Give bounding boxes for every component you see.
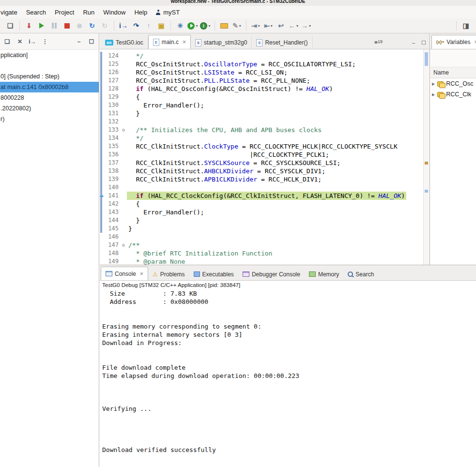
code-line-130[interactable]: 130 Error_Handler(); xyxy=(100,101,430,109)
overview-ruler[interactable] xyxy=(423,49,430,265)
debug-tree-row[interactable]: pplication] xyxy=(0,50,99,60)
minimize-icon[interactable]: – xyxy=(409,38,418,47)
run-icon[interactable]: ▾ xyxy=(187,20,199,31)
code-line-133[interactable]: 133⊖ /** Initializes the CPU, AHB and AP… xyxy=(100,126,430,134)
tab-overflow-button[interactable]: »19 xyxy=(374,38,383,49)
tab-variables[interactable]: (x)= Variables × xyxy=(431,35,476,49)
expand-arrow-icon[interactable]: ▶ xyxy=(432,92,435,97)
menu-item-vigate[interactable]: vigate xyxy=(0,7,22,17)
dropdown-arrow-icon[interactable]: ▾ xyxy=(208,24,210,28)
menu-item-project[interactable]: Project xyxy=(50,7,78,17)
code-line-149[interactable]: 149 * @param None xyxy=(100,257,430,265)
console-tab-console[interactable]: Console× xyxy=(101,267,148,280)
debug-launch-tree[interactable]: pplication]0] (Suspended : Step)at main.… xyxy=(0,50,99,124)
editor-tab-startup-stm32g0[interactable]: sstartup_stm32g0 xyxy=(191,36,252,49)
open-perspective-icon[interactable]: ◨ xyxy=(460,20,472,31)
remove-terminated-icon[interactable]: ✕ xyxy=(15,37,24,46)
maximize-icon[interactable]: ☐ xyxy=(87,37,96,46)
overview-warning-mark[interactable] xyxy=(425,162,428,165)
resume-icon[interactable] xyxy=(36,20,47,31)
dropdown-arrow-icon[interactable]: ▾ xyxy=(271,24,273,28)
debug-tree-row[interactable]: 8000228 xyxy=(0,92,99,103)
code-line-132[interactable]: 132 xyxy=(100,118,430,126)
new-file-icon[interactable]: ❏ xyxy=(4,20,16,31)
step-over-icon[interactable]: ↷ xyxy=(130,20,142,31)
terminate-relaunch-icon[interactable]: ↻ xyxy=(99,20,110,31)
debug-tree-row[interactable]: 0] (Suspended : Step) xyxy=(0,71,99,82)
myst-account-button[interactable]: myST xyxy=(152,7,184,17)
close-icon[interactable]: × xyxy=(183,39,186,45)
dropdown-arrow-icon[interactable]: ▾ xyxy=(258,24,260,28)
menu-item-run[interactable]: Run xyxy=(78,7,99,17)
external-tools-icon[interactable]: ✎▾ xyxy=(231,20,243,31)
dropdown-arrow-icon[interactable]: ▾ xyxy=(239,24,241,28)
dropdown-arrow-icon[interactable]: ▾ xyxy=(196,24,198,28)
restart-icon[interactable]: ↻ xyxy=(86,20,98,31)
overview-ip-mark[interactable] xyxy=(425,190,428,193)
editor-tab-testg0-ioc[interactable]: MXTestG0.ioc xyxy=(101,36,148,49)
variable-row[interactable]: ▶RCC_Clk xyxy=(430,89,476,100)
console-tab-executables[interactable]: Executables xyxy=(189,268,238,280)
step-return-icon[interactable]: ↑ xyxy=(143,20,154,31)
code-line-138[interactable]: 138 RCC_ClkInitStruct.AHBCLKDivider = RC… xyxy=(100,167,430,175)
code-line-139[interactable]: 139 RCC_ClkInitStruct.APB1CLKDivider = R… xyxy=(100,175,430,183)
flash-download-icon[interactable]: ⇓ xyxy=(23,20,35,31)
code-line-131[interactable]: 131 } xyxy=(100,109,430,118)
code-line-146[interactable]: 146 xyxy=(100,233,430,241)
code-line-144[interactable]: 144 } xyxy=(100,216,430,225)
code-line-129[interactable]: 129 { xyxy=(100,93,430,101)
code-line-145[interactable]: 145} xyxy=(100,225,430,233)
fold-marker-icon[interactable]: ⊖ xyxy=(120,126,127,134)
debug-tree-row[interactable]: .20220802) xyxy=(0,103,99,114)
open-folder-icon[interactable] xyxy=(218,20,230,31)
code-editor[interactable]: 124 */125 RCC_OscInitStruct.OscillatorTy… xyxy=(100,49,430,265)
debug-tree-row[interactable]: at main.c:141 0x80002b8 xyxy=(0,82,99,92)
maximize-icon[interactable]: ☐ xyxy=(419,38,428,47)
variables-name-column-header[interactable]: Name xyxy=(430,67,476,78)
code-line-128[interactable]: 128 if (HAL_RCC_OscConfig(&RCC_OscInitSt… xyxy=(100,85,430,93)
new-wizard-icon[interactable]: ✳ xyxy=(174,20,186,31)
code-line-136[interactable]: 136 |RCC_CLOCKTYPE_PCLK1; xyxy=(100,151,430,159)
view-menu-icon[interactable]: ⋮ xyxy=(41,37,49,46)
code-line-147[interactable]: 147⊖/** xyxy=(100,241,430,249)
processes-icon[interactable]: ❏ xyxy=(3,37,12,46)
console-tab-memory[interactable]: Memory xyxy=(305,268,343,280)
next-annotation-icon[interactable]: ⇥▾ xyxy=(250,20,261,31)
forward-icon[interactable]: →▾ xyxy=(300,20,312,31)
fold-marker-icon[interactable]: ⊖ xyxy=(120,241,127,249)
debug-icon[interactable]: ▾ xyxy=(200,20,211,31)
code-line-137[interactable]: 137 RCC_ClkInitStruct.SYSCLKSource = RCC… xyxy=(100,159,430,167)
code-line-140[interactable]: 140 xyxy=(100,183,430,192)
debug-tree-row[interactable]: r) xyxy=(0,114,99,124)
close-icon[interactable]: × xyxy=(474,39,476,45)
code-line-143[interactable]: 143 Error_Handler(); xyxy=(100,208,430,216)
instruction-stepping-icon[interactable]: ▣ xyxy=(155,20,167,31)
back-icon[interactable]: ←▾ xyxy=(288,20,299,31)
menu-item-help[interactable]: Help xyxy=(130,7,152,17)
variable-row[interactable]: ▶RCC_Osc xyxy=(430,78,476,89)
code-line-124[interactable]: 124 */ xyxy=(100,52,430,60)
console-tab-debugger-console[interactable]: Debugger Console xyxy=(238,268,305,280)
disconnect-icon[interactable]: ⊗ xyxy=(74,20,85,31)
minimize-icon[interactable]: – xyxy=(75,37,83,46)
code-line-125[interactable]: 125 RCC_OscInitStruct.OscillatorType = R… xyxy=(100,60,430,68)
code-line-134[interactable]: 134 */ xyxy=(100,134,430,142)
step-into-icon[interactable]: i→ xyxy=(118,20,129,31)
dropdown-arrow-icon[interactable]: ▾ xyxy=(296,24,298,28)
terminate-icon[interactable] xyxy=(61,20,73,31)
code-line-148[interactable]: 148 * @brief RTC Initialization Function xyxy=(100,249,430,257)
editor-tab-reset-handler-[interactable]: cReset_Handler() xyxy=(252,36,312,49)
previous-annotation-icon[interactable]: ⇤▾ xyxy=(262,20,274,31)
code-line-127[interactable]: 127 RCC_OscInitStruct.PLL.PLLState = RCC… xyxy=(100,76,430,85)
menu-item-search[interactable]: Search xyxy=(22,7,50,17)
overview-range-mark[interactable] xyxy=(425,52,428,66)
suspend-icon[interactable] xyxy=(48,20,60,31)
menu-item-window[interactable]: Window xyxy=(99,7,130,17)
step-mode-icon[interactable]: i→ xyxy=(28,37,37,46)
debug-tree-row[interactable] xyxy=(0,60,99,71)
console-output-area[interactable]: TestG0 Debug [STM32 C/C++ Application] [… xyxy=(100,281,476,467)
editor-tab-main-c[interactable]: cmain.c× xyxy=(148,35,191,49)
expand-arrow-icon[interactable]: ▶ xyxy=(432,82,435,86)
code-line-141[interactable]: →141 if (HAL_RCC_ClockConfig(&RCC_ClkIni… xyxy=(100,192,430,200)
close-icon[interactable]: × xyxy=(140,271,143,277)
